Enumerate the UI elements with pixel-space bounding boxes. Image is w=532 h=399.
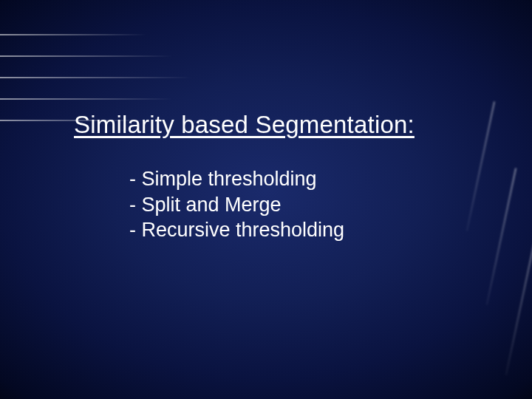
bullet-item: - Simple thresholding (129, 166, 440, 192)
decorative-slash (505, 238, 532, 375)
slide: Similarity based Segmentation: - Simple … (0, 0, 532, 399)
decorative-streak (0, 34, 148, 35)
slide-body: - Simple thresholding - Split and Merge … (129, 166, 440, 243)
decorative-slash (485, 168, 516, 305)
decorative-streak (0, 55, 174, 57)
slide-title: Similarity based Segmentation: (74, 111, 473, 139)
decorative-streak (0, 77, 192, 78)
bullet-item: - Recursive thresholding (129, 217, 440, 243)
bullet-item: - Split and Merge (129, 192, 440, 218)
decorative-streak (0, 98, 174, 100)
